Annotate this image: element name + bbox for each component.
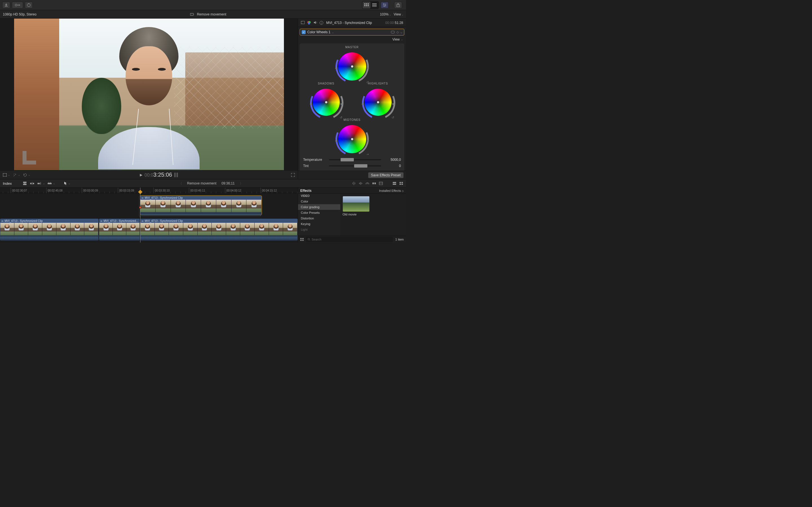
snapping-button[interactable]: [372, 182, 376, 185]
viewer-title: Remove movement: [197, 12, 226, 16]
link-icon: ∞: [1, 219, 3, 223]
import-button[interactable]: [2, 2, 10, 8]
insert-clip-button[interactable]: [30, 181, 35, 185]
overwrite-clip-button[interactable]: ⌵: [47, 181, 55, 185]
clip-thumbnail: [240, 223, 255, 235]
shadows-color-wheel[interactable]: ◀▶ ↺: [310, 86, 342, 118]
connect-clip-button[interactable]: [22, 181, 27, 185]
retiming-icon[interactable]: [190, 13, 195, 16]
zoom-dropdown[interactable]: 103%⌵: [380, 12, 391, 16]
skimming-button[interactable]: [352, 181, 356, 185]
master-wheel-label: MASTER: [336, 46, 369, 49]
video-inspector-icon[interactable]: [301, 21, 305, 25]
svg-rect-3: [366, 3, 367, 4]
solo-button[interactable]: [365, 182, 369, 185]
connected-clip[interactable]: ∞MVI_4713 - Synchronized Clip: [140, 195, 262, 215]
inspector-toggle-button[interactable]: [380, 2, 389, 8]
effects-category-color-grading[interactable]: Color grading: [298, 204, 340, 210]
append-clip-button[interactable]: ⌵: [37, 181, 45, 185]
installed-effects-dropdown[interactable]: Installed Effects ◇: [379, 189, 404, 192]
select-tool-button[interactable]: ⌵: [64, 181, 70, 185]
effects-category-keying[interactable]: Keying: [298, 221, 340, 227]
temperature-value[interactable]: 5000,0: [384, 158, 401, 162]
primary-clip-1[interactable]: ∞MVI_4713 - Synchronized Clip: [0, 219, 99, 240]
highlights-color-wheel[interactable]: ◀▶ ↺: [362, 86, 394, 118]
clip-appearance-button[interactable]: [393, 182, 396, 185]
info-inspector-icon[interactable]: i: [319, 21, 323, 25]
temperature-slider[interactable]: [329, 159, 381, 160]
project-name: Remove movement: [187, 181, 216, 185]
share-button[interactable]: [394, 2, 402, 8]
inspector-header: i MVI_4713 - Synchronized Clip 00:00:51:…: [298, 18, 406, 27]
viewer-panel: ⌵ ⌵ ⌵ ▶ 00:03:25:06: [0, 18, 298, 179]
svg-rect-36: [374, 182, 376, 184]
play-icon[interactable]: ▶: [140, 173, 142, 177]
svg-point-20: [6, 176, 7, 177]
grid-view-icon[interactable]: [300, 238, 304, 241]
ruler-tick: 00:04:00:12: [225, 187, 241, 193]
effects-search-input[interactable]: Search: [306, 237, 393, 242]
view-dropdown[interactable]: View⌵: [394, 12, 403, 16]
save-effects-preset-button[interactable]: Save Effects Preset: [368, 172, 404, 178]
wheels-view-dropdown[interactable]: View ⌵: [298, 36, 406, 43]
lane-button[interactable]: [379, 182, 383, 185]
clip-thumbnail: [246, 200, 262, 212]
effect-color-wheels-row[interactable]: ✓ Color Wheels 1 ⌵ ◇ ⌵: [300, 29, 404, 36]
svg-rect-40: [400, 182, 401, 183]
enhance-tool-button[interactable]: ⌵: [13, 173, 20, 177]
link-icon: ∞: [142, 196, 144, 200]
effects-title: Effects: [300, 189, 379, 193]
svg-rect-4: [368, 3, 369, 4]
background-tasks-button[interactable]: [25, 2, 33, 8]
svg-rect-32: [33, 183, 34, 184]
layout-toggle-group: [362, 1, 379, 9]
reset-icon[interactable]: ↺: [340, 116, 342, 119]
timeline-layout-button[interactable]: [370, 2, 378, 8]
midtones-color-wheel[interactable]: ◀▶ ↺: [336, 122, 369, 155]
svg-point-17: [3, 173, 3, 174]
svg-rect-46: [300, 240, 302, 241]
effects-category-color[interactable]: Color: [298, 199, 340, 204]
transform-tool-button[interactable]: ⌵: [3, 173, 10, 177]
svg-point-0: [15, 4, 17, 6]
color-inspector-icon[interactable]: [307, 21, 311, 25]
search-icon: [308, 238, 310, 241]
svg-rect-41: [402, 182, 403, 183]
audio-inspector-icon[interactable]: [313, 21, 317, 25]
tint-value[interactable]: 0: [384, 164, 401, 168]
effects-category-color-presets[interactable]: Color Presets: [298, 210, 340, 216]
timeline-history-forward[interactable]: 〉: [240, 181, 243, 186]
mask-icon[interactable]: [391, 31, 395, 34]
viewer-canvas[interactable]: [0, 18, 298, 170]
clip-thumbnail: [14, 223, 29, 235]
browser-layout-button[interactable]: [363, 2, 370, 8]
effect-item-old-movie[interactable]: Old movie: [343, 196, 370, 216]
tint-slider[interactable]: [329, 165, 381, 166]
timeline-ruler[interactable]: 00:02:30:0700:02:45:0800:03:00:0900:03:1…: [0, 187, 298, 193]
retime-tool-button[interactable]: ⌵: [23, 173, 30, 177]
effects-category-light[interactable]: Light: [298, 227, 340, 232]
effects-browser-button[interactable]: [399, 182, 403, 185]
svg-rect-47: [302, 240, 304, 241]
primary-clip-3[interactable]: ∞MVI_4713 - Synchronized Clip: [140, 219, 298, 240]
keyframe-icon[interactable]: ◇: [396, 31, 399, 34]
timeline[interactable]: 00:02:30:0700:02:45:0800:03:00:0900:03:1…: [0, 187, 298, 242]
primary-clip-2[interactable]: ∞MVI_4713 - Synchronized...: [99, 219, 140, 240]
keyword-button[interactable]: [12, 2, 23, 8]
reset-icon[interactable]: ↺: [366, 153, 369, 155]
effect-enabled-checkbox[interactable]: ✓: [302, 30, 306, 34]
effect-menu-icon[interactable]: ⌵: [400, 31, 402, 34]
audio-skimming-button[interactable]: [359, 181, 363, 185]
clip-thumbnail: [42, 223, 56, 235]
timeline-index-button[interactable]: Index: [3, 181, 12, 186]
transform-handle-icon[interactable]: [22, 151, 36, 165]
fullscreen-button[interactable]: [291, 173, 295, 177]
reset-icon[interactable]: ↺: [392, 116, 394, 119]
effects-categories: VIDEOColorColor gradingColor PresetsDist…: [298, 194, 340, 236]
effects-category-distortion[interactable]: Distortion: [298, 216, 340, 221]
clip-thumbnail: [212, 223, 226, 235]
timeline-history-back[interactable]: 〈: [179, 181, 182, 186]
reset-icon[interactable]: ↺: [366, 80, 369, 84]
svg-rect-31: [30, 183, 32, 184]
master-color-wheel[interactable]: ◀▶ ↺: [336, 50, 369, 83]
